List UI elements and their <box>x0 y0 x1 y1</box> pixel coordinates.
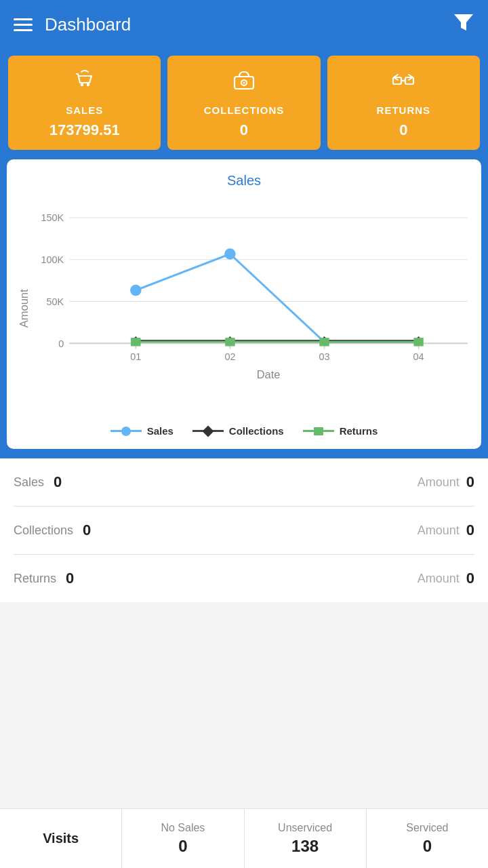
svg-point-28 <box>224 248 235 259</box>
stat-returns-amount-label: Amount <box>418 572 460 586</box>
stat-row-collections: Collections 0 Amount 0 <box>14 507 474 555</box>
serviced-label: Serviced <box>406 822 448 834</box>
header: Dashboard <box>0 0 488 49</box>
sales-value: 173799.51 <box>49 121 120 139</box>
svg-point-1 <box>80 83 83 86</box>
bottom-no-sales: No Sales 0 <box>122 809 244 868</box>
stat-collections-count: 0 <box>83 521 91 539</box>
stat-sales-left: Sales 0 <box>14 473 62 491</box>
svg-text:50K: 50K <box>47 296 64 307</box>
stat-sales-amount-label: Amount <box>418 475 460 490</box>
no-sales-value: 0 <box>178 837 187 856</box>
sales-icon <box>72 68 98 99</box>
svg-rect-35 <box>131 338 140 346</box>
svg-text:Date: Date <box>257 368 281 380</box>
svg-text:150K: 150K <box>41 212 64 223</box>
svg-text:02: 02 <box>224 351 235 362</box>
collections-icon <box>231 68 257 99</box>
legend-returns: Returns <box>303 425 378 437</box>
svg-rect-36 <box>225 338 235 346</box>
svg-text:01: 01 <box>130 351 141 362</box>
stat-sales-label: Sales <box>14 475 44 490</box>
legend-collections: Collections <box>192 425 284 437</box>
bottom-visits: Visits <box>0 809 122 868</box>
svg-text:0: 0 <box>58 338 64 349</box>
stats-section: Sales 0 Amount 0 Collections 0 Amount 0 … <box>0 458 488 602</box>
bottom-bar: Visits No Sales 0 Unserviced 138 Service… <box>0 808 488 868</box>
svg-marker-0 <box>454 14 473 31</box>
stat-returns-count: 0 <box>66 570 74 587</box>
stat-collections-label: Collections <box>14 524 73 538</box>
metric-card-collections[interactable]: COLLECTIONS 0 <box>167 56 320 150</box>
stat-returns-amount-value: 0 <box>466 570 474 587</box>
serviced-value: 0 <box>423 837 432 856</box>
stat-returns-label: Returns <box>14 572 56 586</box>
spacer <box>0 602 488 670</box>
svg-rect-37 <box>319 338 329 346</box>
header-left: Dashboard <box>14 14 131 35</box>
chart-svg: Amount 150K 100K 50K 0 01 02 03 <box>14 197 474 416</box>
unserviced-value: 138 <box>291 837 319 856</box>
hamburger-icon[interactable] <box>14 18 33 31</box>
svg-text:Amount: Amount <box>18 289 30 328</box>
stat-collections-amount-label: Amount <box>418 524 460 538</box>
svg-point-27 <box>130 285 141 296</box>
svg-text:100K: 100K <box>41 254 64 265</box>
bottom-serviced: Serviced 0 <box>367 809 488 868</box>
bottom-unserviced: Unserviced 138 <box>245 809 367 868</box>
metrics-row: SALES 173799.51 COLLECTIONS 0 RETURNS <box>0 49 488 159</box>
sales-label: SALES <box>66 104 103 116</box>
page-title: Dashboard <box>45 14 131 35</box>
svg-point-2 <box>86 83 89 86</box>
stat-returns-left: Returns 0 <box>14 570 74 587</box>
svg-text:03: 03 <box>319 351 329 362</box>
unserviced-label: Unserviced <box>278 822 332 834</box>
returns-value: 0 <box>399 121 407 139</box>
metric-card-sales[interactable]: SALES 173799.51 <box>8 56 161 150</box>
returns-icon <box>390 68 416 99</box>
stat-sales-right: Amount 0 <box>418 473 474 491</box>
chart-wrapper: Sales Amount 150K 100K 50K 0 01 <box>0 159 488 458</box>
stat-sales-amount-value: 0 <box>466 473 474 491</box>
no-sales-label: No Sales <box>161 822 205 834</box>
stat-collections-right: Amount 0 <box>418 521 474 539</box>
stat-row-sales: Sales 0 Amount 0 <box>14 458 474 507</box>
collections-value: 0 <box>240 121 248 139</box>
chart-container: Sales Amount 150K 100K 50K 0 01 <box>7 159 481 449</box>
filter-icon[interactable] <box>453 12 474 38</box>
visits-title: Visits <box>43 831 79 846</box>
stat-sales-count: 0 <box>54 473 62 491</box>
svg-point-5 <box>243 82 245 84</box>
stat-collections-left: Collections 0 <box>14 521 91 539</box>
returns-label: RETURNS <box>377 104 431 116</box>
stat-returns-right: Amount 0 <box>418 570 474 587</box>
metric-card-returns[interactable]: RETURNS 0 <box>327 56 480 150</box>
chart-legend: Sales Collections Returns <box>14 425 474 437</box>
legend-sales: Sales <box>110 425 174 437</box>
stat-row-returns: Returns 0 Amount 0 <box>14 555 474 602</box>
svg-rect-38 <box>413 338 423 346</box>
collections-label: COLLECTIONS <box>204 104 285 116</box>
chart-title: Sales <box>14 173 474 189</box>
svg-text:04: 04 <box>413 351 424 362</box>
stat-collections-amount-value: 0 <box>466 521 474 539</box>
